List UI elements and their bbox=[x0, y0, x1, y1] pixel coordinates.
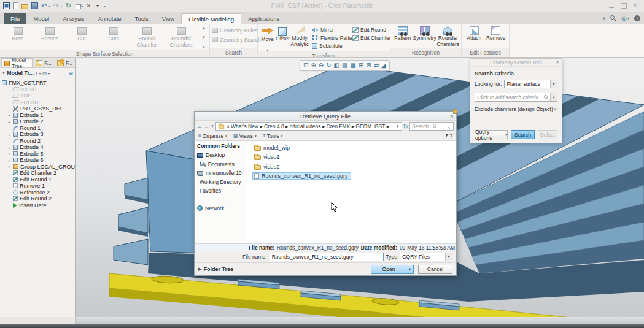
orient-mode-icon[interactable] bbox=[381, 61, 386, 70]
sidebar-folder-item[interactable]: Network bbox=[197, 204, 247, 213]
tab-favorites[interactable]: F... bbox=[55, 58, 75, 67]
chevron-down-icon[interactable]: ▼ bbox=[550, 80, 557, 88]
quick-access-button[interactable] bbox=[75, 2, 84, 10]
expand-arrow-icon[interactable]: ▸ bbox=[9, 158, 13, 162]
tree-item[interactable]: ▸ Extrude 3 bbox=[0, 131, 75, 138]
tree-item[interactable]: ▸ RIGHT bbox=[0, 86, 75, 93]
ribbon-tab[interactable]: Annotate bbox=[91, 13, 128, 24]
tree-item[interactable]: ▸ Extrude 2 bbox=[0, 118, 75, 125]
tree-item[interactable]: ▸ Group LOCAL_GROUP bbox=[0, 164, 75, 170]
attach-button[interactable]: Attach bbox=[464, 25, 485, 48]
context-help-icon[interactable]: ? bbox=[446, 133, 452, 139]
organize-menu[interactable]: ≡Organize bbox=[198, 133, 227, 139]
display-style-icon[interactable] bbox=[334, 61, 339, 70]
tree-filter-dropdown-icon[interactable]: ▾ bbox=[39, 71, 41, 75]
breadcrumb-dropdown-icon[interactable]: ▼ bbox=[396, 124, 400, 128]
history-dropdown-icon[interactable]: ▼ bbox=[211, 124, 214, 128]
minimize-icon[interactable] bbox=[608, 3, 615, 9]
breadcrumb[interactable]: « What's New ▸ Creo 4.0 ▸ official video… bbox=[215, 122, 402, 131]
scroll-down-icon[interactable]: ▼ bbox=[202, 36, 206, 39]
tab-model-tree[interactable]: Model Tree bbox=[1, 58, 33, 67]
file-list-item[interactable]: video1 bbox=[252, 153, 456, 162]
ribbon-tab[interactable]: Tools bbox=[128, 13, 155, 24]
ribbon-tab[interactable]: Flexible Modeling bbox=[181, 13, 241, 24]
tab-folder-browser[interactable]: F... bbox=[33, 58, 53, 67]
quick-access-button[interactable] bbox=[86, 2, 94, 10]
utility-button[interactable] bbox=[610, 15, 616, 21]
mirror-button[interactable]: Mirror bbox=[312, 26, 350, 34]
refresh-icon[interactable]: ↻ bbox=[403, 123, 408, 130]
zoom-in-icon[interactable] bbox=[311, 61, 316, 70]
tree-item[interactable]: ▸ Reference 2 bbox=[0, 189, 75, 196]
tree-item[interactable]: ▸ Extrude 5 bbox=[0, 151, 75, 158]
rounds-chamfers-recognition-button[interactable]: Rounds/ Chamfers bbox=[436, 25, 459, 48]
datum-display-icon[interactable] bbox=[359, 61, 363, 70]
tree-item[interactable]: ▸ Edit Round 2 bbox=[0, 196, 75, 202]
criteria-dropdown-icon[interactable]: ▼ bbox=[550, 93, 557, 101]
looking-for-select[interactable]: Planar surface ▼ bbox=[504, 80, 557, 88]
expand-arrow-icon[interactable]: ▸ bbox=[9, 145, 13, 150]
ribbon-tab[interactable]: Model bbox=[26, 13, 56, 24]
quick-access-button[interactable] bbox=[65, 2, 73, 10]
utility-button[interactable] bbox=[621, 15, 629, 21]
maximize-icon[interactable] bbox=[621, 3, 627, 9]
quick-access-button[interactable] bbox=[12, 2, 19, 10]
folder-tree-expander[interactable]: ▶Folder Tree bbox=[198, 266, 233, 272]
select-button[interactable]: Select bbox=[538, 130, 557, 139]
sidebar-folder-item[interactable]: Working Directory bbox=[197, 178, 247, 187]
boss-button[interactable]: Boss bbox=[2, 25, 34, 48]
sidebar-folder-item[interactable]: mneumueller10 bbox=[197, 169, 247, 178]
tree-item[interactable]: ▸ Extrude 1 bbox=[0, 112, 75, 119]
ribbon-tab[interactable]: Analysis bbox=[56, 13, 91, 24]
edit-round-button[interactable]: Edit Round bbox=[352, 26, 388, 34]
pattern-recognition-button[interactable]: Pattern bbox=[392, 25, 413, 48]
collapse-tree-icon[interactable]: ▼ bbox=[2, 71, 6, 75]
forward-icon[interactable]: → bbox=[204, 123, 209, 129]
sidebar-folder-item[interactable]: Desktop bbox=[197, 151, 247, 160]
remove-criteria-icon[interactable]: × bbox=[553, 106, 557, 112]
edit-chamfer-button[interactable]: Edit Chamfer bbox=[352, 34, 388, 42]
expand-arrow-icon[interactable]: ▸ bbox=[9, 113, 13, 117]
file-list-item[interactable]: Rounds_convex_R1_no_seed.gqry bbox=[252, 172, 456, 181]
expand-arrow-icon[interactable]: ▸ bbox=[9, 164, 13, 169]
bosses-button[interactable]: Bosses bbox=[34, 25, 66, 48]
file-name-input[interactable] bbox=[270, 253, 384, 261]
remove-button[interactable]: Remove bbox=[485, 25, 507, 48]
quick-access-button[interactable] bbox=[41, 2, 51, 10]
refit-icon[interactable] bbox=[303, 61, 308, 70]
tree-filter-icon[interactable]: T bbox=[35, 71, 38, 76]
quick-access-button[interactable] bbox=[2, 2, 10, 10]
expand-gallery-icon[interactable]: ▼ bbox=[202, 45, 206, 49]
modify-analytic-button[interactable]: Modify Analytic bbox=[290, 25, 309, 48]
chevron-down-icon[interactable]: ▼ bbox=[445, 253, 452, 261]
ribbon-tab[interactable]: Applications bbox=[241, 13, 286, 24]
rounds-chamfers-button[interactable]: Rounds/ Chamfers bbox=[164, 25, 198, 48]
quick-access-button[interactable] bbox=[21, 2, 29, 10]
views-menu[interactable]: ▦Views bbox=[233, 133, 257, 139]
repaint-icon[interactable] bbox=[326, 61, 331, 70]
offset-button[interactable]: Offset bbox=[275, 25, 290, 48]
dialog-search-input[interactable]: Search... bbox=[409, 122, 454, 131]
graphics-viewport[interactable]: Geometry Search Tool × Search Criteria L… bbox=[76, 58, 644, 317]
tree-settings-icon[interactable]: ▤ bbox=[42, 71, 47, 76]
cuts-button[interactable]: Cuts bbox=[98, 25, 130, 48]
file-list-item[interactable]: video2 bbox=[252, 162, 456, 172]
spin-center-icon[interactable] bbox=[374, 61, 379, 70]
view-manager-icon[interactable] bbox=[350, 61, 355, 70]
saved-orientations-icon[interactable] bbox=[342, 61, 347, 70]
tree-item[interactable]: ▸ PRT_CSYS_DEF bbox=[0, 105, 75, 112]
round-chamfer-button[interactable]: Round/ Chamfer bbox=[130, 25, 164, 48]
tools-menu[interactable]: TTools bbox=[263, 133, 283, 139]
query-options-button[interactable]: Query options bbox=[475, 130, 508, 139]
utility-button[interactable] bbox=[634, 15, 640, 21]
ribbon-tab[interactable]: View bbox=[155, 13, 181, 24]
back-icon[interactable]: ← bbox=[197, 123, 203, 129]
substitute-button[interactable]: Substitute bbox=[312, 42, 350, 50]
expand-arrow-icon[interactable]: ▸ bbox=[9, 151, 13, 156]
scroll-up-icon[interactable]: ▲ bbox=[202, 26, 206, 29]
tree-item[interactable]: ▸ FRONT bbox=[0, 99, 75, 106]
tree-item[interactable]: ▸ Extrude 4 bbox=[0, 144, 75, 151]
geometry-rules-button[interactable]: Geometry Rules bbox=[212, 26, 257, 34]
tree-settings-dropdown-icon[interactable]: ▾ bbox=[48, 71, 50, 75]
close-icon[interactable] bbox=[633, 3, 639, 9]
